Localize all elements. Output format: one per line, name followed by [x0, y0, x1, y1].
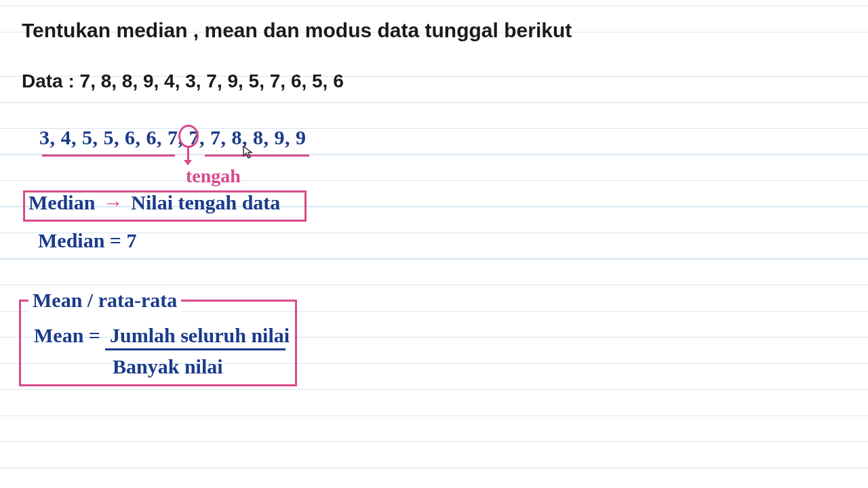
- underline-left: [42, 155, 175, 157]
- data-line: Data : 7, 8, 8, 9, 4, 3, 7, 9, 5, 7, 6, …: [22, 70, 344, 92]
- median-result: Median = 7: [38, 229, 136, 252]
- median-circle: [178, 125, 199, 148]
- tengah-label: tengah: [186, 165, 241, 187]
- median-meaning: Nilai tengah data: [131, 191, 280, 214]
- cursor-icon: [241, 145, 254, 163]
- mean-denominator: Banyak nilai: [113, 355, 223, 378]
- mean-numerator: Jumlah seluruh nilai: [110, 324, 290, 347]
- underline-right: [205, 155, 309, 157]
- sorted-data: 3, 4, 5, 5, 6, 6, 7, 7, 7, 8, 8, 9, 9: [39, 126, 307, 149]
- mean-title: Mean / rata-rata: [28, 289, 181, 312]
- fraction-line: [105, 348, 285, 350]
- arrow-down-icon: [187, 148, 189, 163]
- arrow-right-icon: →: [103, 191, 123, 214]
- median-label: Median: [28, 191, 95, 214]
- median-definition-text: Median → Nilai tengah data: [28, 191, 280, 214]
- problem-title: Tentukan median , mean dan modus data tu…: [22, 19, 572, 42]
- mean-equals: Mean =: [34, 324, 100, 347]
